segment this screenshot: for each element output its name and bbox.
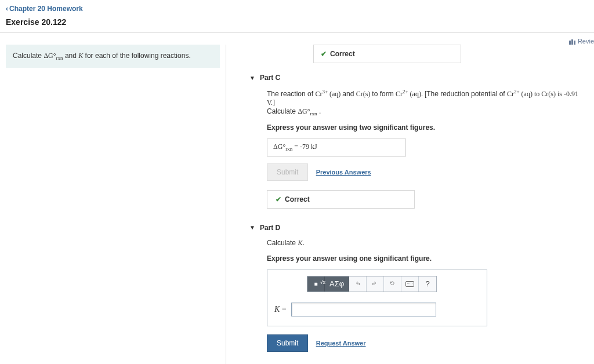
reset-icon (389, 280, 397, 288)
greek-button[interactable]: ΑΣφ (325, 276, 349, 292)
submit-button-disabled: Submit (267, 163, 308, 181)
undo-button[interactable] (349, 276, 367, 292)
previous-answers-link[interactable]: Previous Answers (316, 169, 371, 176)
correct-label: Correct (330, 50, 355, 58)
review-link[interactable]: Revie (569, 38, 594, 45)
part-c-instruction: Express your answer using two significan… (267, 123, 582, 132)
redo-button[interactable] (367, 276, 384, 292)
bars-icon (569, 38, 576, 45)
help-button[interactable]: ? (419, 276, 436, 292)
part-c-question: The reaction of Cr3+ (aq) and Cr(s) to f… (267, 89, 582, 107)
reset-button[interactable] (384, 276, 401, 292)
redo-icon (371, 280, 379, 288)
part-c-title: Part C (260, 74, 280, 82)
collapse-triangle-icon: ▼ (249, 75, 255, 81)
part-d-header[interactable]: ▼ Part D (249, 224, 582, 232)
intro-prefix: Calculate (13, 52, 44, 60)
keyboard-button[interactable] (401, 276, 419, 292)
correct-label: Correct (285, 195, 310, 203)
undo-icon (354, 280, 362, 288)
part-c-calc-line: Calculate ΔG°rxn . (267, 107, 582, 117)
check-icon: ✔ (321, 50, 327, 58)
answer-input[interactable] (291, 303, 436, 316)
equation-toolbar: ■√x ΑΣφ ? (307, 276, 437, 292)
delta-g-symbol: ΔG°rxn (44, 52, 63, 60)
templates-button[interactable]: ■√x (307, 276, 325, 292)
intro-and: and (63, 52, 79, 60)
chevron-left-icon: ‹ (6, 5, 8, 13)
part-c-header[interactable]: ▼ Part C (249, 74, 582, 82)
back-link[interactable]: ‹Chapter 20 Homework (6, 5, 83, 13)
k-variable-label: K = (274, 305, 287, 314)
check-icon: ✔ (276, 195, 281, 203)
back-label: Chapter 20 Homework (9, 5, 83, 13)
part-c-answer-display: ΔG°rxn = -79 kJ (267, 139, 406, 156)
exercise-title: Exercise 20.122 (0, 14, 594, 32)
review-label: Revie (578, 38, 594, 45)
answer-input-panel: ■√x ΑΣφ ? K (267, 270, 487, 326)
part-d-title: Part D (260, 224, 280, 232)
part-d-instruction: Express your answer using one significan… (267, 254, 582, 263)
collapse-triangle-icon: ▼ (249, 224, 255, 231)
keyboard-icon (405, 281, 414, 287)
prev-correct-box: ✔Correct (313, 45, 461, 63)
submit-button[interactable]: Submit (267, 334, 308, 352)
intro-suffix: for each of the following reactions. (83, 52, 190, 60)
problem-intro: Calculate ΔG°rxn and K for each of the f… (6, 45, 220, 68)
part-c-correct-box: ✔Correct (267, 190, 415, 209)
part-d-question: Calculate K. (267, 239, 582, 247)
request-answer-link[interactable]: Request Answer (316, 340, 366, 347)
